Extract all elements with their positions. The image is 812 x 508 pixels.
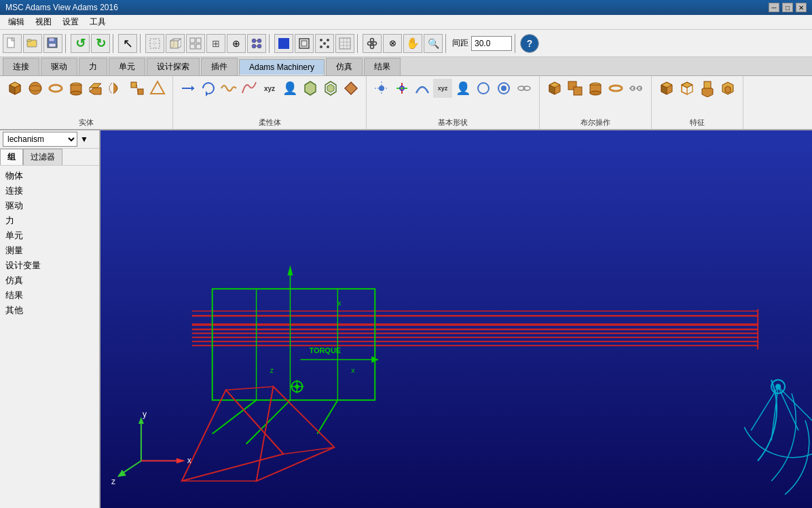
tree-item-connect[interactable]: 连接 (5, 183, 94, 198)
sep6 (445, 34, 448, 53)
panel-tab-group[interactable]: 组 (0, 149, 23, 165)
bool-ring-icon[interactable] (606, 79, 625, 98)
basic-xyz-icon[interactable]: xyz (433, 79, 452, 98)
svg-point-20 (257, 44, 261, 48)
solid-fill-button[interactable] (274, 34, 293, 53)
close-button[interactable]: ✕ (796, 3, 807, 12)
panel-tab-filter[interactable]: 过滤器 (23, 149, 62, 165)
tree-item-results[interactable]: 结果 (5, 288, 94, 303)
bool-cylinder3d-icon[interactable] (586, 79, 605, 98)
tab-adams-machinery[interactable]: Adams Machinery (239, 59, 325, 75)
tree-item-body[interactable]: 物体 (5, 168, 94, 183)
basic-point-icon[interactable] (372, 79, 391, 98)
tab-plugin[interactable]: 插件 (201, 58, 238, 75)
open-button[interactable] (23, 34, 42, 53)
axis-button[interactable]: ⊞ (206, 34, 225, 53)
flex-rotate-icon[interactable] (199, 79, 218, 98)
merge-button[interactable]: ⊕ (227, 34, 246, 53)
basic-chain-icon[interactable] (515, 79, 534, 98)
solid-cylinder-icon[interactable] (67, 79, 86, 98)
tab-design-explore[interactable]: 设计探索 (147, 58, 200, 75)
nodes-button[interactable] (363, 34, 382, 53)
flex-arrow-icon[interactable] (179, 79, 198, 98)
cube-button[interactable] (166, 34, 185, 53)
flex-wave-icon[interactable] (219, 79, 238, 98)
solid-misc-icon[interactable] (148, 79, 167, 98)
flex-person-icon[interactable]: 👤 (280, 79, 299, 98)
menubar: 编辑 视图 设置 工具 (0, 15, 812, 30)
tab-simulate[interactable]: 仿真 (326, 58, 363, 75)
save-button[interactable] (43, 34, 62, 53)
redo-button[interactable]: ↻ (91, 34, 110, 53)
solid-torus-icon[interactable] (46, 79, 65, 98)
feat-box3-icon[interactable] (698, 79, 717, 98)
feat-box4-icon[interactable] (718, 79, 737, 98)
mechanism-svg: x TORQUE z x (100, 130, 812, 508)
spacing-input[interactable] (471, 36, 512, 51)
flex-hex1-icon[interactable] (301, 79, 320, 98)
svg-marker-61 (305, 81, 316, 95)
pan-button[interactable]: ✋ (403, 34, 422, 53)
wireframe-button[interactable] (295, 34, 314, 53)
link-button[interactable] (247, 34, 266, 53)
tree-item-measure[interactable]: 测量 (5, 243, 94, 258)
tree-item-drive[interactable]: 驱动 (5, 198, 94, 213)
solid-sphere-icon[interactable] (26, 79, 45, 98)
minimize-button[interactable]: ─ (769, 3, 779, 12)
zoom-button[interactable]: 🔍 (424, 34, 443, 53)
select-button[interactable]: ↖ (118, 34, 137, 53)
transform-button[interactable] (186, 34, 205, 53)
menu-edit[interactable]: 编辑 (3, 15, 30, 29)
feat-box2-icon[interactable] (678, 79, 697, 98)
toolbar: ↺ ↻ ↖ ⊞ ⊕ ⊗ ✋ 🔍 间距 ? (0, 30, 812, 57)
solid-revolve-icon[interactable] (107, 79, 126, 98)
grid-button[interactable] (335, 34, 354, 53)
flex-curve-icon[interactable] (240, 79, 259, 98)
basic-person2-icon[interactable]: 👤 (454, 79, 473, 98)
help-button[interactable]: ? (520, 34, 539, 53)
box-select-button[interactable] (145, 34, 164, 53)
svg-rect-95 (704, 81, 711, 88)
menu-tools[interactable]: 工具 (84, 15, 111, 29)
tab-results[interactable]: 结果 (364, 58, 401, 75)
menu-view[interactable]: 视图 (30, 15, 57, 29)
tab-force[interactable]: 力 (79, 58, 107, 75)
basic-circle2-icon[interactable] (494, 79, 513, 98)
menu-settings[interactable]: 设置 (57, 15, 84, 29)
tree-item-force[interactable]: 力 (5, 213, 94, 228)
tab-drive[interactable]: 驱动 (41, 58, 77, 75)
force-button[interactable]: ⊗ (383, 34, 402, 53)
maximize-button[interactable]: □ (782, 3, 793, 12)
viewport[interactable]: Lift_Mechanism (100, 130, 812, 508)
svg-rect-12 (190, 38, 195, 43)
bool-cut-icon[interactable] (566, 79, 585, 98)
bool-chain2-icon[interactable] (627, 79, 646, 98)
svg-point-71 (478, 83, 489, 94)
new-file-button[interactable] (3, 34, 22, 53)
model-dropdown[interactable]: lechanism (3, 132, 77, 147)
bool-box3d-icon[interactable] (545, 79, 564, 98)
tab-unit[interactable]: 单元 (109, 58, 145, 75)
basic-marker-icon[interactable] (392, 79, 411, 98)
points-button[interactable] (315, 34, 334, 53)
feat-box1-icon[interactable] (657, 79, 676, 98)
dropdown-arrow-icon[interactable]: ▼ (80, 134, 88, 144)
flex-hex2-icon[interactable] (321, 79, 340, 98)
flex-diamond-icon[interactable] (342, 79, 361, 98)
ribbon-group-flexible: xyz 👤 柔性体 (173, 76, 367, 129)
sep5 (357, 34, 360, 53)
basic-arc-icon[interactable] (413, 79, 432, 98)
basic-circle-icon[interactable] (474, 79, 493, 98)
solid-box-icon[interactable] (5, 79, 24, 98)
tree-item-design-var[interactable]: 设计变量 (5, 258, 94, 273)
tab-connect[interactable]: 连接 (3, 58, 39, 75)
solid-extrude-icon[interactable] (87, 79, 106, 98)
tree-item-unit[interactable]: 单元 (5, 228, 94, 243)
svg-rect-80 (574, 87, 582, 95)
undo-button[interactable]: ↺ (71, 34, 90, 53)
flex-xyz-icon[interactable]: xyz (260, 79, 279, 98)
tree-item-other[interactable]: 其他 (5, 303, 94, 318)
boolean-group-label: 布尔操作 (580, 116, 610, 128)
tree-item-simulate[interactable]: 仿真 (5, 273, 94, 288)
solid-sweep-icon[interactable] (128, 79, 147, 98)
